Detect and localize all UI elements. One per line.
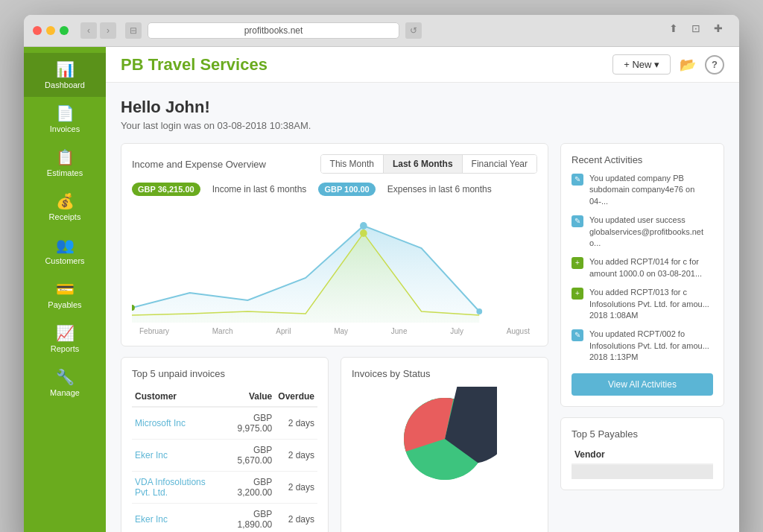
customer-link[interactable]: VDA Infosolutions Pvt. Ltd. [135,477,206,498]
receipts-icon: 💰 [56,192,75,210]
invoices-by-status-card: Invoices by Status [341,357,548,532]
invoices-by-status-title: Invoices by Status [352,368,537,379]
x-label-apr: April [276,327,291,335]
greeting: Hello John! [121,98,724,117]
unpaid-invoices-title: Top 5 unpaid invoices [132,368,317,379]
chart-title: Income and Expense Overview [132,159,266,170]
activity-item: + You added RCPT/014 for c for amount 10… [572,256,713,279]
income-badge: GBP 36,215.00 [132,183,200,196]
activity-item: ✎ You updated RCPT/002 fo Infosolutions … [572,329,713,363]
recent-activities-title: Recent Activities [572,154,713,165]
share-button[interactable]: ⬆ [669,22,686,39]
income-expense-card: Income and Expense Overview This Month L… [121,143,548,346]
help-button[interactable]: ? [705,55,724,75]
tab-last-6-months[interactable]: Last 6 Months [384,155,463,173]
close-button[interactable] [33,26,42,35]
bookmark-button[interactable]: ⊡ [691,22,708,39]
sidebar-item-estimates[interactable]: 📋 Estimates [24,141,106,185]
payables-row-placeholder [572,464,713,479]
sidebar-label-invoices: Invoices [50,124,80,133]
sidebar-item-invoices[interactable]: 📄 Invoices [24,97,106,141]
col-value: Value [221,387,275,407]
new-button[interactable]: + New ▾ [612,54,671,75]
svg-point-1 [360,222,367,229]
x-label-may: May [334,327,348,335]
estimates-icon: 📋 [56,148,75,166]
x-label-aug: August [507,327,530,335]
chart-header: Income and Expense Overview This Month L… [132,154,537,174]
col-overdue: Overdue [275,387,317,407]
back-button[interactable]: ‹ [80,22,97,39]
folder-icon-button[interactable]: 📂 [680,57,696,73]
address-bar[interactable]: profitbooks.net [148,22,399,39]
unpaid-invoices-table: Customer Value Overdue Microsoft Inc GBP… [132,387,317,532]
dashboard-grid: Income and Expense Overview This Month L… [121,143,724,532]
activity-icon: ✎ [572,215,583,227]
svg-point-2 [476,308,482,314]
expense-label: Expenses in last 6 months [387,184,492,194]
overdue-cell: 2 days [275,407,317,440]
tab-this-month[interactable]: This Month [321,155,384,173]
bottom-grid: Top 5 unpaid invoices Customer Value Ove… [121,357,548,532]
payables-table: Vendor [572,446,713,479]
sidebar-item-dashboard[interactable]: 📊 Dashboard [24,53,106,97]
activity-icon: ✎ [572,329,583,341]
top-payables-card: Top 5 Payables Vendor [560,417,724,490]
x-label-jul: July [450,327,463,335]
sidebar-item-receipts[interactable]: 💰 Receipts [24,185,106,229]
table-row: Microsoft Inc GBP 9,975.00 2 days [132,407,317,440]
svg-point-3 [360,229,367,237]
table-row: VDA Infosolutions Pvt. Ltd. GBP 3,200.00… [132,472,317,504]
col-customer: Customer [132,387,221,407]
reports-icon: 📈 [56,324,75,342]
sidebar-label-receipts: Receipts [49,212,81,221]
activity-icon: + [572,288,583,300]
activity-text: You updated RCPT/002 fo Infosolutions Pv… [589,329,713,363]
customer-cell: Microsoft Inc [132,407,221,440]
value-cell: GBP 9,975.00 [221,407,275,440]
table-row: Eker Inc GBP 1,890.00 2 days [132,504,317,533]
reader-button[interactable]: ⊟ [125,22,142,39]
tab-financial-year[interactable]: Financial Year [463,155,536,173]
overdue-cell: 2 days [275,440,317,472]
unpaid-invoices-card: Top 5 unpaid invoices Customer Value Ove… [121,357,329,532]
sidebar: 📊 Dashboard 📄 Invoices 📋 Estimates 💰 Rec… [24,47,106,532]
app-title: PB Travel Services [121,55,612,75]
customer-link[interactable]: Eker Inc [135,450,168,460]
value-cell: GBP 5,670.00 [221,440,275,472]
sidebar-item-payables[interactable]: 💳 Payables [24,273,106,317]
browser-nav: ‹ › [80,22,116,39]
browser-titlebar: ‹ › ⊟ profitbooks.net ↺ ⬆ ⊡ ✚ [24,15,739,47]
invoices-icon: 📄 [56,104,75,122]
activity-text: You updated user success globalservices@… [589,215,713,249]
sidebar-item-reports[interactable]: 📈 Reports [24,317,106,361]
newtab-button[interactable]: ✚ [714,22,730,39]
right-panel: Recent Activities ✎ You updated company … [560,143,724,532]
main-area: PB Travel Services + New ▾ 📂 ? Hello Joh… [106,47,739,532]
reload-button[interactable]: ↺ [405,22,422,39]
sidebar-item-manage[interactable]: 🔧 Manage [24,361,106,405]
welcome-section: Hello John! Your last login was on 03-08… [121,98,724,131]
sidebar-item-customers[interactable]: 👥 Customers [24,229,106,273]
sidebar-label-dashboard: Dashboard [45,80,85,89]
forward-button[interactable]: › [100,22,116,39]
top-payables-title: Top 5 Payables [572,428,713,440]
col-vendor: Vendor [572,446,713,464]
value-cell: GBP 3,200.00 [221,472,275,504]
income-label: Income in last 6 months [212,184,307,194]
customer-link[interactable]: Microsoft Inc [135,418,186,428]
activity-item: + You added RCPT/013 for c Infosolutions… [572,287,713,321]
payables-icon: 💳 [56,280,75,298]
header-actions: + New ▾ 📂 ? [612,54,724,75]
maximize-button[interactable] [60,26,69,35]
view-all-activities-button[interactable]: View All Activities [572,373,713,396]
minimize-button[interactable] [46,26,55,35]
table-row: Eker Inc GBP 5,670.00 2 days [132,440,317,472]
activity-item: ✎ You updated company PB subdomain compa… [572,173,713,207]
traffic-lights [33,26,69,35]
sidebar-label-estimates: Estimates [47,168,83,177]
customer-link[interactable]: Eker Inc [135,514,168,525]
activity-item: ✎ You updated user success globalservice… [572,215,713,249]
chart-legend: GBP 36,215.00 Income in last 6 months GB… [132,183,537,196]
overdue-cell: 2 days [275,472,317,504]
